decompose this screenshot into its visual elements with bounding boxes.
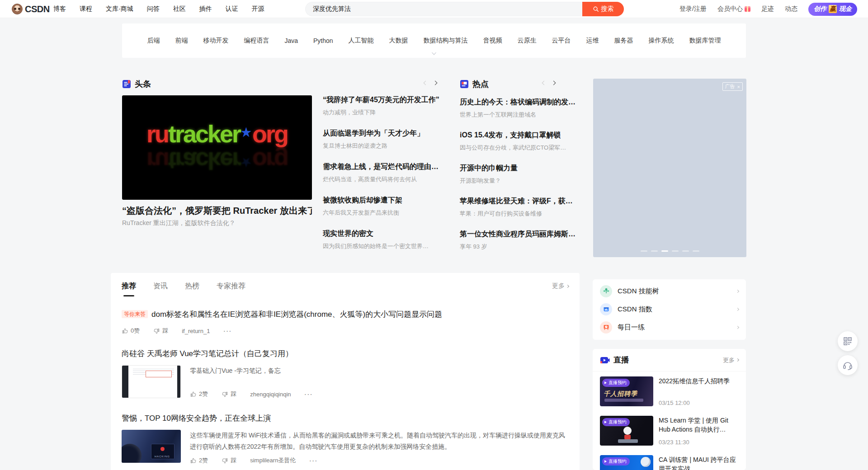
hot-article[interactable]: 开源中的巾帼力量 开源影响发量？: [460, 164, 579, 185]
headline-article[interactable]: “我辞掉了年薪45万美元的开发工作” 动力减弱，业绩下降: [323, 95, 441, 117]
category-item[interactable]: 运维: [586, 37, 599, 45]
feed-item-actions: 0赞 踩 if_return_1 ···: [122, 327, 569, 335]
search-input[interactable]: [305, 2, 582, 16]
search-button[interactable]: 搜索: [582, 2, 624, 16]
feed-item[interactable]: 尚硅谷 天禹老师 Vue学习笔记总计（自己复习用） 零基础入门Vue -学习笔记…: [122, 348, 569, 398]
live-item[interactable]: 直播预约 千人招聘季 2022拓维信息千人招聘季 03/15 12:00: [593, 371, 746, 411]
carousel-dot[interactable]: [672, 250, 679, 252]
live-item[interactable]: 直播预约 MS Learn 学堂 | 使用 Git Hub Actions 自动…: [593, 411, 746, 450]
headline-article[interactable]: 从面临退学到华为「天才少年」 复旦博士林田的逆袭之路: [323, 129, 441, 150]
category-nav: 后端 前端 移动开发 编程语言 Java Python 人工智能 大数据 数据结…: [122, 24, 746, 58]
category-item[interactable]: 后端: [147, 37, 160, 45]
live-item[interactable]: 直播预约 CA训练营 CA 训练营 | MAUI 跨平台应用开发实战: [593, 450, 746, 470]
feed-item[interactable]: 警惕，TOP 10网络安全趋势，正在全球上演 HACKING 这些车辆使用蓝牙和…: [122, 413, 569, 465]
moments-link[interactable]: 动态: [785, 5, 797, 13]
tab-news[interactable]: 资讯: [153, 282, 168, 291]
category-item[interactable]: Python: [313, 37, 333, 44]
cta-text-win: 赢: [829, 5, 837, 13]
category-item[interactable]: 前端: [175, 37, 188, 45]
author-link[interactable]: simplilearn圣普伦: [250, 456, 296, 465]
ad-banner[interactable]: 广告 ×: [593, 79, 746, 257]
rutracker-logo: rutracker★org: [122, 122, 312, 146]
hot-article[interactable]: 第一位女性商业程序员玛丽库姆斯… 享年 93 岁: [460, 230, 579, 251]
author-link[interactable]: zhengqiqiqinqin: [250, 391, 291, 398]
article-thumbnail[interactable]: HACKING: [122, 430, 181, 463]
hot-article[interactable]: iOS 15.4发布，支持戴口罩解锁 因与公司存在分歧，寒武纪原CTO梁军…: [460, 131, 579, 152]
customer-service-button[interactable]: [838, 355, 858, 375]
qr-code-button[interactable]: [838, 331, 858, 351]
nav-item-course[interactable]: 课程: [80, 5, 92, 13]
nav-item-blog[interactable]: 博客: [53, 5, 66, 13]
nav-item-community[interactable]: 社区: [173, 5, 186, 13]
tab-recommend[interactable]: 推荐: [122, 282, 136, 291]
sidebar-item-daily-practice[interactable]: 每日一练: [593, 318, 746, 336]
category-item[interactable]: 人工智能: [349, 37, 374, 45]
headline-main-image[interactable]: rutracker★org rutracker★org: [122, 95, 312, 200]
feed-item-title[interactable]: dom标签名和属性名在IE浏览器和非IE浏览器(chrome、火狐等)的大小写问…: [151, 310, 442, 319]
category-item[interactable]: Java: [284, 37, 298, 44]
category-item[interactable]: 数据库管理: [689, 37, 721, 45]
chevron-right-icon[interactable]: [433, 81, 438, 85]
headline-main-title[interactable]: “盗版合法化”，俄罗斯要把 RuTracker 放出来了？: [122, 205, 312, 217]
author-link[interactable]: if_return_1: [182, 328, 210, 334]
csdn-monkey-icon: [12, 4, 23, 14]
feed-item-actions: 2赞 踩 simplilearn圣普伦 ···: [190, 456, 569, 465]
headline-article[interactable]: 现实世界的密文 因为我们所感知的始终是一个密文世界…: [323, 229, 441, 250]
category-item[interactable]: 云平台: [552, 37, 571, 45]
sidebar-item-skill-tree[interactable]: CSDN 技能树: [593, 282, 746, 300]
nav-item-opensource[interactable]: 开源: [252, 5, 264, 13]
dislike-button[interactable]: 踩: [153, 327, 168, 335]
category-item[interactable]: 数据结构与算法: [424, 37, 468, 45]
sidebar-item-csdn-index[interactable]: CSDN 指数: [593, 300, 746, 318]
feed-item[interactable]: 等你来答dom标签名和属性名在IE浏览器和非IE浏览器(chrome、火狐等)的…: [122, 309, 569, 335]
login-register-link[interactable]: 登录/注册: [679, 5, 707, 13]
create-earn-cash-button[interactable]: 创作赢现金: [808, 3, 857, 16]
carousel-dot[interactable]: [651, 250, 658, 252]
carousel-dot[interactable]: [682, 250, 689, 252]
like-button[interactable]: 2赞: [190, 456, 208, 465]
chevron-left-icon[interactable]: [542, 81, 547, 85]
chevron-right-icon[interactable]: [552, 81, 556, 85]
category-item[interactable]: 移动开发: [203, 37, 228, 45]
nav-item-library-mall[interactable]: 文库·商城: [106, 5, 133, 13]
category-item[interactable]: 操作系统: [649, 37, 674, 45]
hot-article[interactable]: 苹果维修堪比登天难：评级F，获… 苹果：用户可自行购买设备维修: [460, 197, 579, 218]
article-thumbnail[interactable]: [122, 365, 181, 398]
ellipsis-icon[interactable]: ···: [305, 391, 313, 398]
dislike-button[interactable]: 踩: [222, 390, 236, 398]
category-item[interactable]: 编程语言: [244, 37, 269, 45]
category-item[interactable]: 音视频: [483, 37, 502, 45]
category-item[interactable]: 大数据: [389, 37, 408, 45]
tab-rank[interactable]: 热榜: [185, 282, 199, 291]
chevron-right-icon: [736, 358, 739, 362]
footprint-link[interactable]: 足迹: [761, 5, 774, 13]
carousel-dot-active[interactable]: [661, 250, 668, 252]
feed-item-title[interactable]: 尚硅谷 天禹老师 Vue学习笔记总计（自己复习用）: [122, 348, 569, 359]
nav-item-plugin[interactable]: 插件: [199, 5, 212, 13]
hot-article[interactable]: 历史上的今天：格状编码调制的发… 世界上第一个互联网注册域名: [460, 98, 579, 119]
feed-item-title[interactable]: 警惕，TOP 10网络安全趋势，正在全球上演: [122, 413, 569, 423]
carousel-dot[interactable]: [693, 250, 699, 252]
chevron-down-icon[interactable]: [433, 48, 436, 56]
close-icon[interactable]: ×: [737, 84, 740, 89]
like-button[interactable]: 2赞: [190, 390, 208, 398]
headline-article[interactable]: 需求着急上线，是写烂代码的理由… 烂代码当道，高质量代码将何去何从: [323, 162, 441, 183]
ellipsis-icon[interactable]: ···: [223, 328, 232, 334]
category-item[interactable]: 云原生: [518, 37, 537, 45]
tab-expert[interactable]: 专家推荐: [217, 282, 245, 291]
chevron-left-icon[interactable]: [424, 81, 428, 85]
live-more-link[interactable]: 更多: [723, 356, 739, 364]
dislike-button[interactable]: 踩: [222, 456, 236, 465]
nav-item-qa[interactable]: 问答: [147, 5, 160, 13]
csdn-logo[interactable]: CSDN: [12, 0, 50, 18]
board-pie-icon: [600, 321, 612, 334]
category-item[interactable]: 服务器: [614, 37, 633, 45]
nav-item-certification[interactable]: 认证: [226, 5, 238, 13]
thumb-down-icon: [153, 328, 160, 334]
carousel-dot[interactable]: [641, 250, 647, 252]
member-center-link[interactable]: 会员中心: [717, 5, 750, 13]
like-button[interactable]: 0赞: [122, 327, 140, 335]
feed-more-link[interactable]: 更多: [552, 282, 569, 290]
ellipsis-icon[interactable]: ···: [309, 457, 318, 464]
headline-article[interactable]: 被微软收购后却惨遭下架 六年后我又开发新产品来抗衡: [323, 196, 441, 217]
